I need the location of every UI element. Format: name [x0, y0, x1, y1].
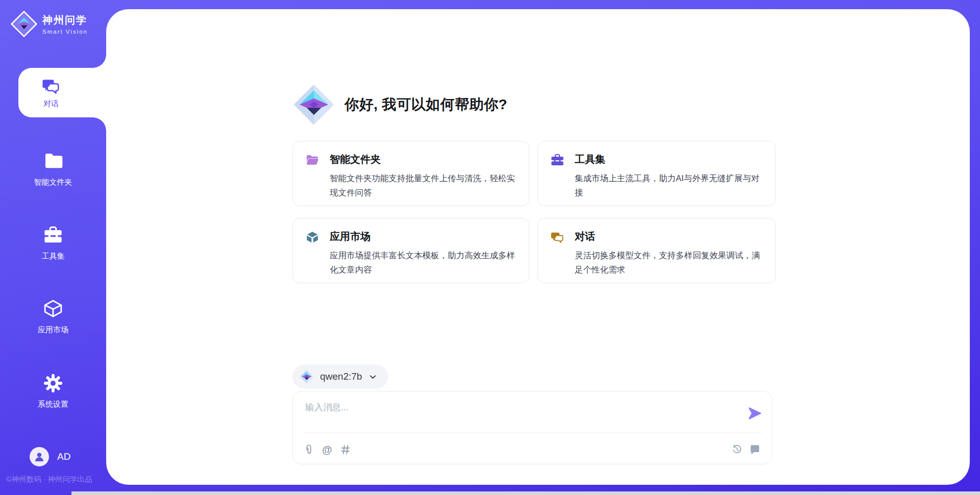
- card-description: 智能文件夹功能支持批量文件上传与清洗，轻松实现文件问答: [330, 171, 517, 200]
- message-composer: @: [292, 391, 772, 464]
- sidebar-item-label: 对话: [43, 99, 59, 109]
- card-smart-folder[interactable]: 智能文件夹 智能文件夹功能支持批量文件上传与清洗，轻松实现文件问答: [292, 141, 529, 206]
- card-title: 应用市场: [330, 230, 517, 243]
- main-panel: 你好, 我可以如何帮助你? 智能文件夹 智能文件夹功能支持批量文件上传与清洗，轻…: [106, 9, 970, 485]
- send-icon: [748, 406, 762, 420]
- sidebar-item-app-market[interactable]: 应用市场: [2, 299, 104, 335]
- at-sign-icon: @: [322, 444, 332, 455]
- tab-curve-top: [93, 55, 106, 68]
- sidebar-item-settings[interactable]: 系统设置: [2, 373, 104, 409]
- user-initials: AD: [57, 451, 70, 462]
- history-clock-icon: [731, 444, 743, 455]
- app-screen: 神州问学 Smart Vision 对话 智能文件夹 工具集 应用市场 系统设置: [0, 0, 980, 495]
- sidebar: 神州问学 Smart Vision 对话 智能文件夹 工具集 应用市场 系统设置: [0, 0, 106, 495]
- chevron-down-icon: [368, 372, 378, 382]
- app-logo: 神州问学 Smart Vision: [10, 10, 88, 38]
- cube-grid-icon: [305, 230, 320, 244]
- brand-diamond-icon: [10, 10, 38, 38]
- chat-icon: [41, 77, 61, 96]
- send-button[interactable]: [747, 406, 763, 422]
- avatar[interactable]: [30, 447, 49, 466]
- greeting-title: 你好, 我可以如何帮助你?: [345, 95, 507, 114]
- brand-diamond-icon: [292, 83, 335, 126]
- card-description: 灵活切换多模型文件，支持多样回复效果调试，满足个性化需求: [575, 248, 763, 277]
- conversations-button[interactable]: [749, 444, 761, 455]
- hashtag-icon: [340, 444, 351, 455]
- card-app-market[interactable]: 应用市场 应用市场提供丰富长文本模板，助力高效生成多样化文章内容: [292, 218, 529, 283]
- greeting: 你好, 我可以如何帮助你?: [292, 83, 507, 126]
- brand-name: 神州问学: [42, 13, 88, 27]
- sidebar-item-smart-folder[interactable]: 智能文件夹: [2, 151, 104, 187]
- card-description: 应用市场提供丰富长文本模板，助力高效生成多样化文章内容: [330, 248, 517, 277]
- sidebar-item-chat[interactable]: 对话: [18, 68, 106, 117]
- hashtag-button[interactable]: [340, 444, 351, 455]
- chat-icon: [550, 230, 565, 244]
- folder-open-icon: [305, 153, 320, 167]
- folder-icon: [43, 151, 63, 171]
- card-title: 对话: [575, 230, 763, 243]
- sidebar-item-label: 应用市场: [2, 325, 104, 335]
- card-chat[interactable]: 对话 灵活切换多模型文件，支持多样回复效果调试，满足个性化需求: [537, 218, 776, 283]
- message-icon: [749, 444, 761, 455]
- composer-divider: [303, 433, 762, 433]
- sidebar-item-label: 智能文件夹: [2, 178, 104, 187]
- sidebar-item-label: 工具集: [2, 252, 104, 261]
- tab-curve-bottom: [93, 117, 106, 131]
- person-icon: [33, 451, 45, 463]
- card-description: 集成市场上主流工具，助力AI与外界无缝扩展与对接: [575, 171, 763, 200]
- copyright-text: ©神州数码 · 神州问学出品: [6, 475, 106, 484]
- gear-icon: [43, 373, 63, 393]
- history-button[interactable]: [731, 444, 743, 455]
- composer-left-tools: @: [303, 444, 351, 455]
- cube-icon: [43, 299, 63, 319]
- sidebar-item-toolset[interactable]: 工具集: [2, 225, 104, 261]
- user-account: AD: [30, 447, 70, 466]
- brand-subtitle: Smart Vision: [42, 29, 88, 35]
- message-input[interactable]: [305, 401, 729, 431]
- model-name: qwen2:7b: [320, 371, 362, 382]
- toolbox-icon: [43, 225, 63, 245]
- attachment-button[interactable]: [303, 444, 314, 455]
- model-logo-icon: [300, 369, 314, 384]
- sidebar-item-label: 系统设置: [2, 400, 104, 409]
- horizontal-scrollbar[interactable]: [71, 491, 980, 495]
- mention-button[interactable]: @: [322, 444, 332, 455]
- card-title: 智能文件夹: [330, 153, 517, 166]
- card-toolset[interactable]: 工具集 集成市场上主流工具，助力AI与外界无缝扩展与对接: [537, 141, 776, 206]
- feature-cards: 智能文件夹 智能文件夹功能支持批量文件上传与清洗，轻松实现文件问答 工具集 集成…: [292, 141, 776, 283]
- main-content: 你好, 我可以如何帮助你? 智能文件夹 智能文件夹功能支持批量文件上传与清洗，轻…: [292, 9, 776, 485]
- composer-right-tools: [731, 444, 761, 455]
- card-title: 工具集: [575, 153, 763, 166]
- briefcase-icon: [550, 153, 565, 167]
- model-selector[interactable]: qwen2:7b: [292, 364, 388, 389]
- paperclip-icon: [303, 444, 314, 455]
